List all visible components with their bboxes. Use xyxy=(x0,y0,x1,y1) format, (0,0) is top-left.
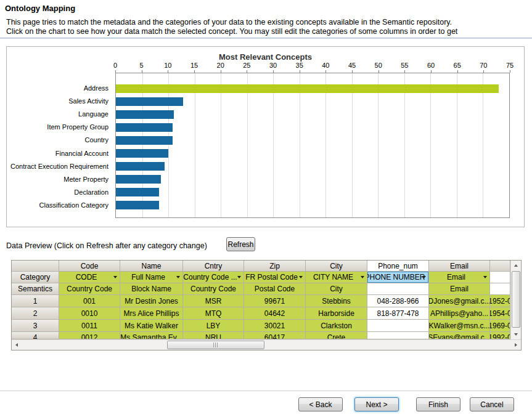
category-dropdown-value: FR Postal Code xyxy=(245,273,298,281)
down-arrow-icon xyxy=(514,333,518,336)
chart-bar[interactable] xyxy=(116,175,161,184)
back-button[interactable]: < Back xyxy=(298,397,343,411)
chart-bar[interactable] xyxy=(116,84,499,93)
cancel-button[interactable]: Cancel xyxy=(470,397,514,411)
table-cell: 04642 xyxy=(244,307,306,320)
x-axis-tick-label: 60 xyxy=(427,62,435,69)
x-axis-tick-label: 25 xyxy=(243,62,250,69)
scroll-up-button[interactable] xyxy=(511,261,521,270)
chart-bar[interactable] xyxy=(116,123,173,132)
chart-bar[interactable] xyxy=(116,201,159,209)
x-axis-tick-label: 30 xyxy=(269,62,277,69)
table-cell: 1969-0 xyxy=(490,320,510,332)
next-button[interactable]: Next > xyxy=(354,397,399,411)
category-dropdown-value: CITY NAME xyxy=(313,273,353,281)
horizontal-scrollbar[interactable] xyxy=(12,339,521,350)
category-dropdown[interactable]: Country Code ... xyxy=(183,272,244,283)
x-axis-tickmark xyxy=(510,70,510,73)
table-cell: LBY xyxy=(183,320,244,332)
chart-bar[interactable] xyxy=(116,97,183,106)
vertical-scrollbar[interactable] xyxy=(510,261,521,339)
column-header: City xyxy=(306,261,367,272)
table-cell: 30021 xyxy=(244,320,306,332)
table-cell: 818-877-478 xyxy=(367,307,429,320)
chevron-down-icon[interactable] xyxy=(422,276,426,278)
x-axis-tick-label: 65 xyxy=(454,62,461,69)
category-dropdown xyxy=(490,272,510,283)
table-cell: 1952-0 xyxy=(490,295,510,307)
footer-separator xyxy=(0,391,532,391)
table-cell: Clarkston xyxy=(306,320,367,332)
x-axis-tick-label: 35 xyxy=(296,62,303,69)
category-dropdown[interactable]: PHONE NUMBER xyxy=(367,272,429,283)
chevron-down-icon[interactable] xyxy=(361,276,364,278)
category-dropdown[interactable]: Email xyxy=(429,272,490,283)
table-cell: SEvans@gmail.c... xyxy=(429,332,490,339)
description-line-1: This page tries to match the metadata an… xyxy=(6,18,452,26)
x-axis-tick-label: 20 xyxy=(217,62,224,69)
chart-plot-area[interactable] xyxy=(115,73,510,218)
category-dropdown[interactable]: CITY NAME xyxy=(306,272,367,283)
chart-bar[interactable] xyxy=(116,110,174,119)
chevron-down-icon[interactable] xyxy=(237,276,241,278)
bar-slot xyxy=(116,121,509,134)
category-dropdown-value: Full Name xyxy=(131,273,165,281)
table-cell xyxy=(367,320,429,332)
scroll-left-button[interactable] xyxy=(12,340,22,350)
table-cell: APhillips@yaho... xyxy=(429,307,490,320)
column-header: Cntry xyxy=(183,261,244,272)
x-axis-tick-label: 50 xyxy=(375,62,382,69)
row-number: 4 xyxy=(12,332,59,339)
category-dropdown-value: Country Code ... xyxy=(183,273,237,281)
table-row: 1001Mr Destin JonesMSR99671Stebbins048-2… xyxy=(12,295,510,307)
x-axis-labels: 051015202530354045505560657075 xyxy=(115,62,510,70)
table-cell: 0012 xyxy=(59,332,120,339)
column-header: Phone_num xyxy=(367,261,429,272)
semantics-cell: Country Code xyxy=(183,283,244,295)
chevron-down-icon[interactable] xyxy=(299,276,303,278)
finish-button[interactable]: Finish xyxy=(416,397,460,411)
category-dropdown[interactable]: Full Name xyxy=(120,272,183,283)
table-cell: Ms Katie Walker xyxy=(120,320,183,332)
chevron-down-icon[interactable] xyxy=(176,276,180,278)
semantics-cell xyxy=(367,283,429,295)
scroll-right-button[interactable] xyxy=(511,340,521,350)
column-header: Name xyxy=(120,261,183,272)
category-dropdown[interactable]: FR Postal Code xyxy=(244,272,306,283)
concepts-chart-panel[interactable]: Most Relevant Concepts 05101520253035404… xyxy=(6,46,525,227)
table-cell: NRU xyxy=(183,332,244,339)
y-axis-label: Meter Property xyxy=(7,172,112,185)
semantics-cell: City xyxy=(306,283,367,295)
chart-bar[interactable] xyxy=(116,162,165,171)
y-axis-label: Classification Category xyxy=(7,199,112,212)
category-dropdown[interactable]: CODE xyxy=(59,272,120,283)
horizontal-scrollbar-thumb[interactable] xyxy=(167,341,264,349)
left-arrow-icon xyxy=(15,343,18,347)
x-axis-tick-label: 75 xyxy=(506,62,514,69)
scroll-down-button[interactable] xyxy=(511,330,521,339)
x-axis-tick-label: 40 xyxy=(322,62,329,69)
x-axis-tick-label: 5 xyxy=(140,62,144,69)
data-preview-label: Data Preview (Click on Refresh after any… xyxy=(6,241,207,250)
chart-bars xyxy=(116,73,509,217)
semantics-cell: Email xyxy=(429,283,490,295)
chart-bar[interactable] xyxy=(116,149,168,158)
x-axis-tick-label: 15 xyxy=(190,62,198,69)
table-cell xyxy=(367,332,429,339)
page-title: Ontology Mapping xyxy=(5,4,75,13)
chevron-down-icon[interactable] xyxy=(483,276,487,278)
scrollbar-grip-icon xyxy=(213,342,218,347)
column-header: Code xyxy=(59,261,120,272)
y-axis-label: Language xyxy=(7,107,112,120)
y-axis-label: Declaration xyxy=(7,186,112,199)
row-label-semantics: Semantics xyxy=(12,283,59,295)
chart-bar[interactable] xyxy=(116,136,173,145)
chevron-down-icon[interactable] xyxy=(113,276,117,278)
refresh-button[interactable]: Refresh xyxy=(226,237,255,251)
category-dropdown-value: PHONE NUMBER xyxy=(367,273,425,281)
semantics-cell: Block Name xyxy=(120,283,183,295)
bar-slot xyxy=(116,160,509,172)
table-cell: Stebbins xyxy=(306,295,367,307)
chart-bar[interactable] xyxy=(116,188,159,196)
vertical-scrollbar-thumb[interactable] xyxy=(512,271,520,328)
